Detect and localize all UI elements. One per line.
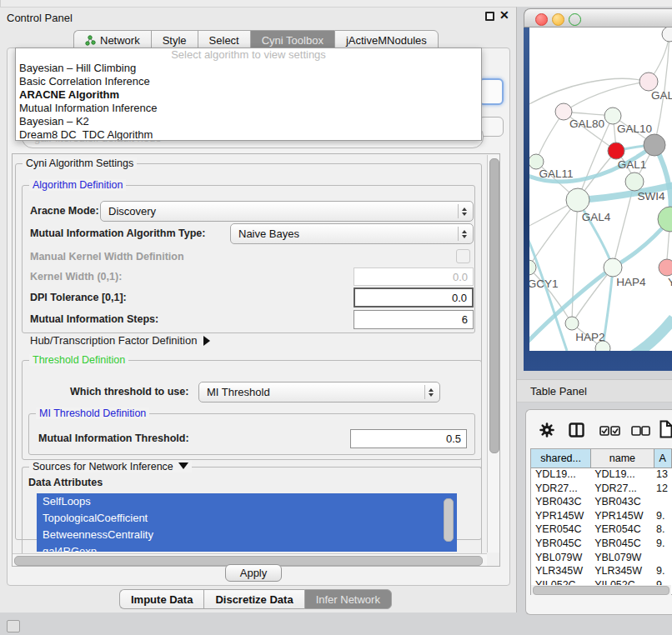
document-icon[interactable]: [659, 420, 672, 438]
table-cell: YBR045C: [590, 537, 652, 551]
table-row[interactable]: YER054CYER054C8.: [531, 522, 672, 537]
which-threshold-value: MI Threshold: [207, 386, 270, 398]
aracne-mode-combo[interactable]: Discovery: [100, 201, 474, 222]
data-attributes-label: Data Attributes: [28, 477, 103, 488]
kernel-width-field[interactable]: 0.0: [354, 268, 474, 286]
dropdown-item[interactable]: ARACNE Algorithm: [16, 88, 481, 102]
gear-icon[interactable]: [539, 422, 554, 438]
network-node[interactable]: [644, 134, 665, 156]
network-node-gal1[interactable]: [608, 142, 624, 159]
dropdown-item[interactable]: Basic Correlation Inference: [16, 75, 481, 88]
table-cell: [652, 495, 672, 509]
sources-title-label: Sources for Network Inference: [33, 461, 173, 472]
manual-kernel-checkbox[interactable]: [456, 249, 470, 263]
network-node-y[interactable]: [659, 259, 672, 276]
data-attribute-item[interactable]: SelfLoops: [37, 493, 457, 510]
table-column-header[interactable]: name: [591, 449, 654, 468]
network-edge[interactable]: [529, 268, 572, 323]
column-view-icon[interactable]: [569, 422, 584, 438]
table-row[interactable]: YPR145WYPR145W9.: [531, 509, 672, 523]
dpi-tolerance-field[interactable]: 0.0: [354, 288, 474, 308]
inference-algorithm-combo-edge[interactable]: [479, 78, 504, 105]
network-node-gal4[interactable]: [566, 188, 589, 212]
dpi-tolerance-label: DPI Tolerance [0,1]:: [30, 292, 127, 303]
data-attribute-item[interactable]: gal4RGexp: [37, 543, 457, 552]
network-edge[interactable]: [529, 78, 649, 106]
close-window-icon[interactable]: [535, 13, 548, 26]
algorithm-definition-title: Algorithm Definition: [29, 179, 126, 191]
table-row[interactable]: YBR043CYBR043C: [531, 495, 672, 509]
which-threshold-combo[interactable]: MI Threshold: [198, 382, 440, 402]
algorithm-dropdown-list: Select algorithm to view settings Bayesi…: [15, 48, 482, 141]
network-node-hap2[interactable]: [565, 317, 579, 330]
dropdown-item[interactable]: Dream8 DC_TDC Algorithm: [16, 128, 481, 141]
hub-definition-expander[interactable]: Hub/Transcription Factor Definition: [30, 334, 210, 347]
mi-steps-field[interactable]: 6: [354, 310, 474, 329]
mi-steps-value: 6: [462, 313, 468, 326]
network-node-label: GAL1: [618, 158, 647, 171]
table-column-header[interactable]: A: [654, 449, 672, 468]
table-horizontal-scrollbar[interactable]: [531, 585, 671, 595]
network-node-label: Y: [668, 276, 672, 288]
table-row[interactable]: YDL19...YDL19...13: [531, 468, 672, 482]
dropdown-item[interactable]: Mutual Information Inference: [16, 102, 481, 115]
minimized-panel-icon[interactable]: [7, 620, 20, 632]
table-cell: YDL19...: [531, 468, 590, 482]
node-table[interactable]: shared...nameA YDL19...YDL19...13YDR27..…: [530, 448, 672, 595]
network-view[interactable]: GALGAL80GAL10GAL1GAL11SWI4GAL4GCY1HAP4YH…: [529, 28, 672, 351]
data-attribute-item[interactable]: TopologicalCoefficient: [37, 510, 457, 527]
manual-kernel-label: Manual Kernel Width Definition: [30, 251, 184, 262]
network-node[interactable]: [662, 28, 672, 42]
network-edge-highlighted[interactable]: [633, 318, 672, 351]
network-node-label: HAP4: [616, 276, 646, 288]
table-column-header[interactable]: shared...: [531, 449, 591, 468]
data-attribute-item[interactable]: BetweennessCentrality: [37, 527, 457, 543]
deselect-all-checkboxes-icon[interactable]: [631, 426, 650, 436]
tab-impute-data[interactable]: Impute Data: [119, 589, 203, 609]
apply-button-label: Apply: [240, 567, 268, 579]
mi-threshold-title: MI Threshold Definition: [36, 408, 149, 419]
sources-title[interactable]: Sources for Network Inference: [29, 461, 192, 472]
tab-infer-network[interactable]: Infer Network: [304, 589, 392, 609]
network-node-label: SWI4: [637, 190, 664, 202]
network-edge[interactable]: [564, 82, 649, 112]
network-edge[interactable]: [572, 200, 578, 323]
apply-button[interactable]: Apply: [225, 564, 282, 582]
network-edge[interactable]: [529, 200, 578, 268]
application-window: Control Panel ✕ Network Style Select Cyn…: [0, 0, 672, 635]
network-node-swi4[interactable]: [625, 172, 644, 191]
combo-spinner-icon: [424, 385, 437, 399]
data-attributes-list[interactable]: SelfLoopsTopologicalCoefficientBetweenne…: [37, 493, 457, 552]
settings-vertical-scrollbar[interactable]: [487, 155, 499, 552]
dropdown-item[interactable]: Bayesian – Hill Climbing: [16, 62, 481, 75]
zoom-window-icon[interactable]: [569, 13, 581, 26]
dropdown-placeholder: Select algorithm to view settings: [16, 48, 481, 62]
network-node-gal10[interactable]: [604, 108, 621, 124]
close-panel-icon[interactable]: ✕: [499, 8, 509, 22]
network-window-titlebar[interactable]: [524, 8, 672, 28]
table-cell: YLR345W: [531, 564, 590, 578]
select-all-checkboxes-icon[interactable]: [599, 426, 620, 436]
table-cell: YBR043C: [590, 495, 652, 509]
mi-threshold-field[interactable]: 0.5: [350, 429, 467, 448]
table-row[interactable]: YBL079WYBL079W: [531, 551, 672, 565]
network-node-gcy1[interactable]: [529, 260, 536, 275]
network-node-label: GAL11: [539, 168, 573, 180]
mi-type-combo[interactable]: Naive Bayes: [230, 223, 474, 244]
table-cell: YBR043C: [531, 495, 590, 509]
dropdown-item[interactable]: Bayesian – K2: [16, 115, 481, 128]
network-node-gal[interactable]: [639, 72, 658, 91]
tab-discretize-data[interactable]: Discretize Data: [203, 589, 303, 609]
attributes-list-scrollbar[interactable]: [443, 497, 453, 545]
table-cell: YER054C: [531, 522, 590, 537]
network-node-hap4[interactable]: [604, 258, 622, 277]
mi-type-value: Naive Bayes: [238, 228, 299, 240]
expander-expanded-icon: [178, 462, 188, 469]
table-row[interactable]: YLR345WYLR345W9.: [531, 564, 672, 578]
network-icon: [85, 35, 96, 46]
minimize-window-icon[interactable]: [552, 13, 564, 26]
float-panel-icon[interactable]: [485, 12, 494, 21]
table-row[interactable]: YDR27...YDR27...12: [531, 482, 672, 496]
table-cell: 12: [652, 482, 672, 496]
table-row[interactable]: YBR045CYBR045C9.: [531, 537, 672, 551]
